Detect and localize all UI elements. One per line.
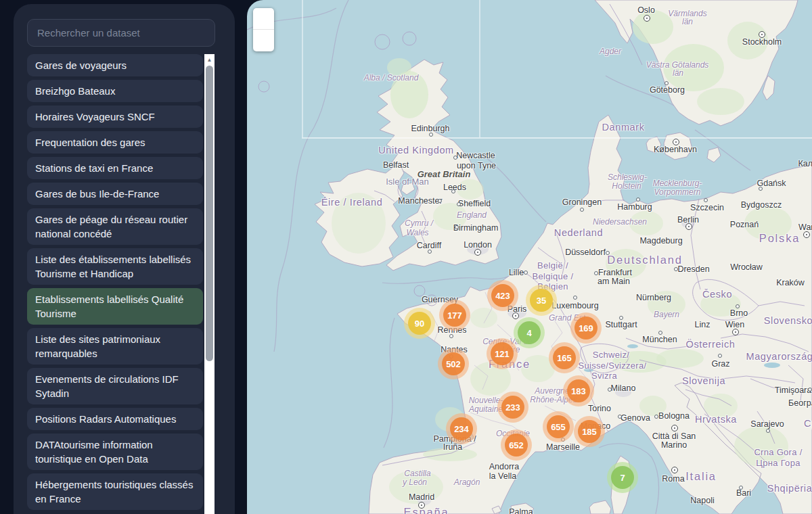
map-label: Éire / Ireland — [321, 197, 383, 208]
dataset-item[interactable]: Horaires Voyageurs SNCF — [27, 106, 203, 128]
map-label: Hrvatska — [695, 414, 737, 425]
cluster-marker[interactable]: 169 — [570, 312, 602, 344]
dataset-item[interactable]: Gares de voyageurs — [27, 54, 203, 76]
dataset-item[interactable]: Liste des établissements labellisés Tour… — [27, 248, 203, 285]
cluster-marker[interactable]: 502 — [438, 348, 469, 379]
dataset-item[interactable]: Hébergements touristiques classés en Fra… — [27, 473, 203, 510]
map-label: Szczecin — [690, 203, 724, 212]
city-dot-icon — [718, 354, 722, 358]
city-dot-icon — [674, 267, 678, 271]
map-label: am Main — [597, 277, 630, 286]
cluster-marker[interactable]: 4 — [514, 317, 545, 348]
city-dot-icon — [573, 296, 577, 300]
search-input[interactable] — [27, 19, 215, 47]
dataset-item[interactable]: Positions Radars Automatiques — [27, 408, 203, 430]
cluster-marker[interactable]: 35 — [526, 285, 557, 316]
map-label: Düsseldorf — [565, 248, 606, 257]
map-label: Warszawa — [798, 223, 812, 232]
map-label: Sheffield — [458, 199, 491, 208]
map-label: Madrid — [409, 492, 434, 502]
map-label: Slovenija — [682, 375, 725, 386]
scrollbar-thumb[interactable] — [206, 66, 213, 361]
map-label: Црна Гора — [756, 458, 800, 468]
map-label: Graz — [711, 359, 729, 369]
map[interactable]: OsloStockholmGöteborgKøbenhavnVärmlandsl… — [247, 0, 812, 514]
city-dot-icon — [580, 208, 584, 212]
map-label: Milano — [611, 383, 636, 393]
dataset-item[interactable]: Frequentation des gares — [27, 131, 203, 154]
scrollbar-up-arrow-icon[interactable]: ▲ — [204, 56, 215, 64]
cluster-marker[interactable]: 90 — [404, 308, 435, 339]
dataset-item[interactable]: Evenements de circulations IDF Sytadin — [27, 368, 203, 404]
tile-seam — [302, 0, 303, 137]
city-dot-icon — [438, 199, 442, 203]
city-dot-icon — [457, 202, 461, 206]
map-label: län — [673, 68, 683, 78]
map-label: Newcastle — [456, 151, 495, 160]
city-dot-icon — [658, 331, 662, 335]
city-dot-icon — [451, 189, 455, 193]
map-label: Dresden — [677, 264, 709, 274]
map-label: Stuttgart — [605, 320, 637, 329]
dataset-item[interactable]: Liste des sites patrimoniaux remarquable… — [27, 328, 203, 365]
cluster-marker[interactable]: 121 — [487, 338, 518, 369]
cluster-marker[interactable]: 655 — [543, 411, 574, 442]
map-zoom-control — [253, 8, 274, 51]
map-label: Agder — [600, 47, 621, 56]
cluster-marker[interactable]: 185 — [574, 416, 605, 447]
map-label: Stockholm — [742, 37, 782, 47]
capital-city-icon — [685, 223, 692, 230]
cluster-marker[interactable]: 165 — [549, 342, 580, 373]
map-label: Wien — [725, 320, 744, 329]
city-dot-icon — [449, 334, 453, 338]
map-label: Shqipëria — [767, 483, 812, 494]
list-scrollbar[interactable]: ▲ — [204, 54, 215, 514]
map-label: Timişoara — [775, 386, 811, 395]
map-label: Wrocław — [730, 262, 763, 272]
map-label: Palma — [509, 507, 533, 514]
cluster-marker[interactable]: 234 — [446, 413, 477, 444]
cluster-marker[interactable]: 423 — [487, 280, 518, 311]
map-label: Holstein — [612, 181, 641, 191]
city-dot-icon — [453, 156, 457, 160]
map-label: Bydgoszcz — [741, 200, 782, 210]
cluster-marker[interactable]: 183 — [563, 375, 594, 406]
map-label: België / — [537, 260, 568, 271]
dataset-item[interactable]: Gares de péage du réseau routier nationa… — [27, 208, 203, 245]
map-label: Marino — [661, 440, 687, 450]
map-label: Wales — [406, 228, 428, 237]
map-label: Mecklenburg- — [653, 179, 702, 188]
capital-city-icon — [759, 31, 765, 38]
map-label: Città di San — [652, 431, 696, 441]
map-label: Linz — [695, 320, 710, 329]
map-label: Schweiz/ — [593, 350, 629, 360]
cluster-marker[interactable]: 652 — [501, 429, 532, 461]
map-label: Belgique / — [533, 271, 574, 281]
city-dot-icon — [524, 271, 528, 275]
city-dot-icon — [428, 250, 432, 254]
map-label: Oslo — [637, 5, 655, 15]
capital-city-icon — [671, 425, 678, 431]
map-label: Deutschland — [607, 254, 683, 266]
dataset-item[interactable]: Stations de taxi en France — [27, 157, 203, 179]
cluster-marker[interactable]: 7 — [607, 462, 638, 493]
city-dot-icon — [664, 81, 669, 85]
zoom-out-button[interactable] — [253, 30, 274, 51]
dataset-item[interactable]: Etablissements labellisés Qualité Touris… — [27, 288, 203, 325]
map-label: Poznań — [730, 220, 759, 229]
city-dot-icon — [704, 198, 708, 202]
map-label: Bayern — [654, 310, 679, 319]
city-dot-icon — [759, 187, 763, 191]
map-label: Luxembourg — [551, 301, 599, 310]
map-label: Svizra — [591, 371, 617, 381]
dataset-item[interactable]: DATAtourisme information touristique en … — [27, 434, 203, 470]
cluster-marker[interactable]: 177 — [439, 300, 470, 331]
dataset-item[interactable]: Breizhgo Bateaux — [27, 80, 203, 102]
city-dot-icon — [766, 429, 770, 433]
dataset-item[interactable]: Gares de bus Ile-de-France — [27, 183, 203, 205]
map-label: Crna Gora / — [754, 447, 802, 457]
zoom-in-button[interactable] — [253, 8, 274, 30]
cluster-marker[interactable]: 233 — [497, 392, 528, 423]
city-dot-icon — [736, 304, 740, 308]
city-dot-icon — [654, 415, 658, 419]
